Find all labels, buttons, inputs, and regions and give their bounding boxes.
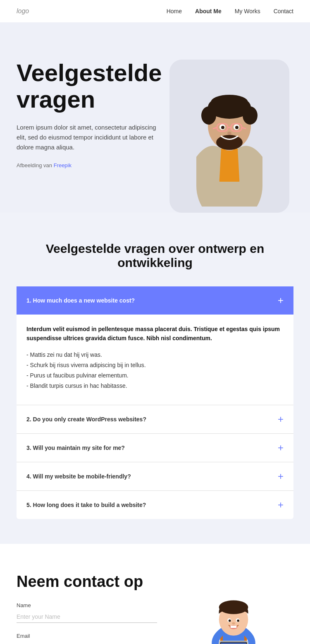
faq-question-text-5: 5. How long does it take to build a webs… xyxy=(26,502,146,508)
faq-question-text-2: 2. Do you only create WordPress websites… xyxy=(26,416,146,423)
nav-contact[interactable]: Contact xyxy=(274,8,293,14)
faq-section: Veelgestelde vragen over ontwerp en ontw… xyxy=(0,213,310,544)
faq-item-5: 5. How long does it take to build a webs… xyxy=(17,491,293,519)
nav-home[interactable]: Home xyxy=(167,8,182,14)
svg-point-43 xyxy=(237,619,239,622)
faq-question-text-4: 4. Will my website be mobile-friendly? xyxy=(26,473,131,480)
svg-rect-36 xyxy=(221,642,246,644)
email-input[interactable] xyxy=(17,642,157,644)
faq-answer-1: Interdum velit euismod in pellentesque m… xyxy=(17,315,293,405)
faq-toggle-1: + xyxy=(278,296,284,305)
svg-point-9 xyxy=(216,135,243,150)
faq-question-5[interactable]: 5. How long does it take to build a webs… xyxy=(17,491,293,519)
svg-point-8 xyxy=(211,95,248,110)
email-label: Email xyxy=(17,633,157,639)
contact-form-side: Neem contact op Name Email INDIENEN Afbe… xyxy=(17,573,157,644)
hero-text: Veelgesteldevragen Lorem ipsum dolor sit… xyxy=(17,47,165,168)
faq-toggle-3: + xyxy=(278,443,284,453)
list-item: Mattis zei nu dat hij vrij was. xyxy=(26,350,284,360)
hero-credit: Afbeelding van Freepik xyxy=(17,162,165,168)
faq-answer-list-1: Mattis zei nu dat hij vrij was. Schurk b… xyxy=(26,350,284,392)
nav-about[interactable]: About Me xyxy=(195,8,222,14)
faq-question-3[interactable]: 3. Will you maintain my site for me? + xyxy=(17,434,293,462)
logo: logo xyxy=(17,7,29,15)
hero-credit-link[interactable]: Freepik xyxy=(54,162,72,168)
hero-description: Lorem ipsum dolor sit amet, consectetur … xyxy=(17,123,157,152)
hero-image-box xyxy=(169,60,289,213)
faq-question-text-3: 3. Will you maintain my site for me? xyxy=(26,445,125,451)
faq-question-2[interactable]: 2. Do you only create WordPress websites… xyxy=(17,405,293,433)
faq-item-1: 1. How much does a new website cost? + I… xyxy=(17,286,293,405)
hero-section: Veelgesteldevragen Lorem ipsum dolor sit… xyxy=(0,22,310,213)
svg-point-7 xyxy=(243,106,258,125)
navbar: logo Home About Me My Works Contact xyxy=(0,0,310,22)
faq-item-4: 4. Will my website be mobile-friendly? + xyxy=(17,462,293,491)
faq-main-title: Veelgestelde vragen over ontwerp en ontw… xyxy=(17,242,293,270)
name-form-group: Name xyxy=(17,602,157,623)
list-item: Purus ut faucibus pulvinar elementum. xyxy=(26,370,284,381)
faq-list: 1. How much does a new website cost? + I… xyxy=(17,286,293,519)
svg-point-46 xyxy=(232,622,235,625)
email-form-group: Email xyxy=(17,633,157,644)
svg-point-12 xyxy=(221,126,224,129)
faq-answer-bold-1: Interdum velit euismod in pellentesque m… xyxy=(26,324,284,343)
svg-point-19 xyxy=(227,132,231,135)
name-input[interactable] xyxy=(17,611,157,623)
faq-toggle-2: + xyxy=(278,414,284,424)
faq-toggle-4: + xyxy=(278,471,284,481)
contact-section: Neem contact op Name Email INDIENEN Afbe… xyxy=(0,544,310,644)
svg-point-42 xyxy=(229,619,231,622)
faq-question-1[interactable]: 1. How much does a new website cost? + xyxy=(17,286,293,315)
nav-links: Home About Me My Works Contact xyxy=(167,8,293,14)
hero-title: Veelgesteldevragen xyxy=(17,60,165,113)
name-label: Name xyxy=(17,602,157,608)
faq-toggle-5: + xyxy=(278,500,284,510)
hero-image-wrap xyxy=(165,47,293,213)
svg-point-6 xyxy=(201,106,216,125)
contact-title: Neem contact op xyxy=(17,573,157,591)
list-item: Blandit turpis cursus in hac habitasse. xyxy=(26,381,284,391)
faq-item-3: 3. Will you maintain my site for me? + xyxy=(17,434,293,462)
svg-point-13 xyxy=(235,126,238,129)
faq-question-text-1: 1. How much does a new website cost? xyxy=(26,297,135,304)
contact-image-side xyxy=(174,573,293,644)
contact-3d-illustration xyxy=(188,581,279,644)
list-item: Schurk bij risus viverra adipiscing bij … xyxy=(26,360,284,370)
hero-person-illustration xyxy=(176,66,283,207)
faq-question-4[interactable]: 4. Will my website be mobile-friendly? + xyxy=(17,462,293,490)
faq-item-2: 2. Do you only create WordPress websites… xyxy=(17,405,293,434)
nav-works[interactable]: My Works xyxy=(235,8,260,14)
svg-rect-45 xyxy=(231,625,237,628)
